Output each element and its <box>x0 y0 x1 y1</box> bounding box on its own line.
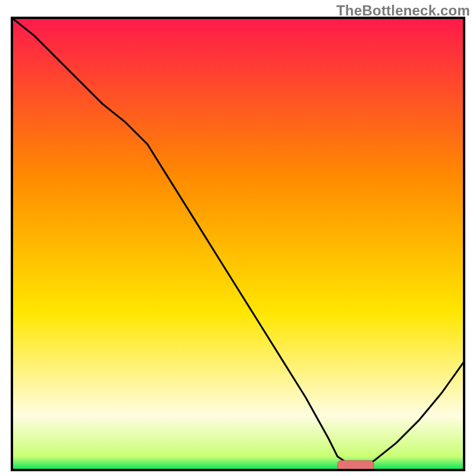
chart-stage: TheBottleneck.com <box>0 0 476 476</box>
bottleneck-chart <box>0 0 476 476</box>
plot-gradient-fill <box>12 18 464 470</box>
